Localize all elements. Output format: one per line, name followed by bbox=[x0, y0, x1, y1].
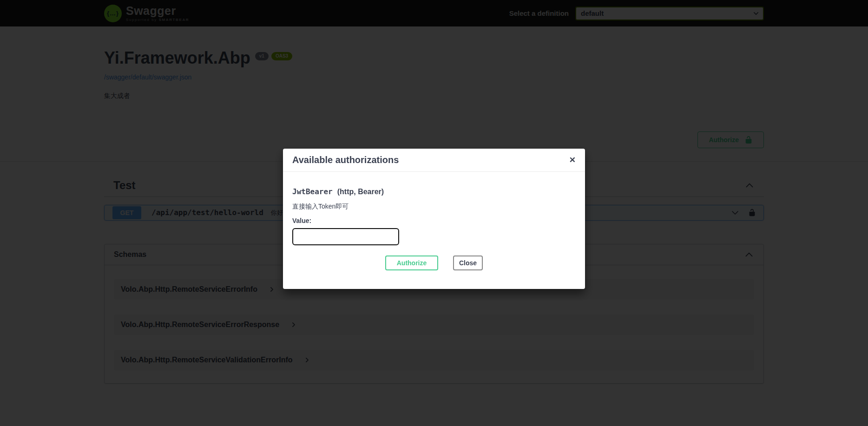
modal-title: Available authorizations bbox=[292, 155, 399, 165]
modal-authorize-button[interactable]: Authorize bbox=[385, 256, 438, 270]
modal-header: Available authorizations ✕ bbox=[283, 149, 585, 172]
close-icon[interactable]: ✕ bbox=[569, 156, 576, 164]
auth-scheme-type: (http, Bearer) bbox=[337, 188, 384, 196]
auth-scheme-name: JwtBearer bbox=[292, 187, 333, 196]
modal-actions: Authorize Close bbox=[292, 256, 576, 270]
token-value-input[interactable] bbox=[292, 228, 399, 245]
auth-scheme-title: JwtBearer (http, Bearer) bbox=[292, 187, 576, 196]
modal-body: JwtBearer (http, Bearer) 直接输入Token即可 Val… bbox=[283, 172, 585, 289]
modal-close-button[interactable]: Close bbox=[453, 256, 483, 270]
authorizations-modal: Available authorizations ✕ JwtBearer (ht… bbox=[283, 149, 585, 289]
value-label: Value: bbox=[292, 217, 576, 224]
auth-scheme-description: 直接输入Token即可 bbox=[292, 203, 576, 211]
